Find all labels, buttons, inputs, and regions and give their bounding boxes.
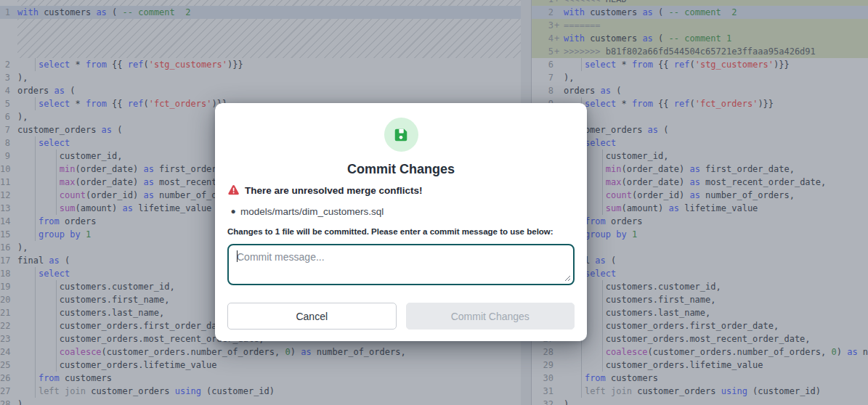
commit-changes-modal: Commit Changes There are unresolved merg… [215, 103, 587, 341]
modal-actions: Cancel Commit Changes [227, 303, 575, 330]
bullet-icon: ● [227, 206, 239, 216]
warning-text: There are unresolved merge conflicts! [245, 185, 423, 196]
warning-triangle-icon [227, 184, 240, 196]
conflicted-file-item: ● models/marts/dim_customers.sql [227, 205, 575, 217]
commit-message-input[interactable] [227, 244, 575, 285]
commit-description: Changes to 1 file will be committed. Ple… [227, 227, 575, 237]
save-icon-circle [384, 118, 418, 152]
commit-message-wrap [227, 244, 575, 285]
save-floppy-icon [393, 127, 409, 143]
conflicted-file-path: models/marts/dim_customers.sql [240, 206, 384, 217]
ide-screen: 1with customers as ( -- comment 22 selec… [0, 0, 868, 405]
cancel-button[interactable]: Cancel [227, 303, 397, 330]
merge-conflict-warning: There are unresolved merge conflicts! [227, 184, 575, 196]
commit-changes-button[interactable]: Commit Changes [406, 303, 575, 330]
modal-title: Commit Changes [227, 162, 575, 177]
